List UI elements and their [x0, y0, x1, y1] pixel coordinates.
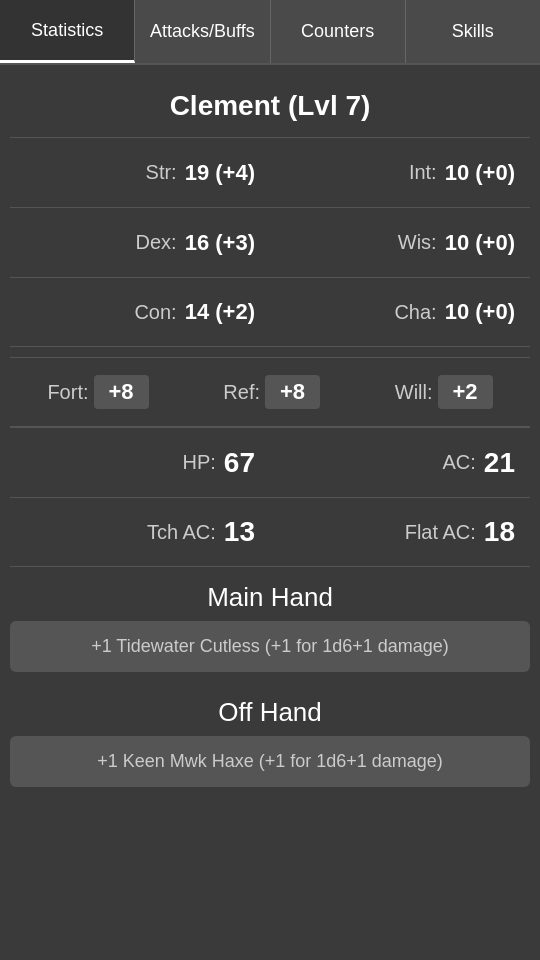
off-hand-header: Off Hand: [10, 682, 530, 736]
fort-value-box: +8: [94, 375, 149, 409]
ac-label: AC:: [443, 451, 476, 474]
ac-value: 21: [484, 447, 515, 479]
combat-ac: AC: 21: [270, 442, 530, 484]
will-label: Will:: [395, 381, 433, 404]
save-will: Will: +2: [395, 375, 493, 409]
flat-ac-label: Flat AC:: [405, 521, 476, 544]
con-label: Con:: [134, 301, 176, 324]
save-ref: Ref: +8: [223, 375, 320, 409]
ref-label: Ref:: [223, 381, 260, 404]
dex-value: 16 (+3): [185, 230, 255, 256]
tab-skills[interactable]: Skills: [406, 0, 540, 63]
main-hand-weapon[interactable]: +1 Tidewater Cutless (+1 for 1d6+1 damag…: [10, 621, 530, 672]
fort-label: Fort:: [47, 381, 88, 404]
stats-grid: Str: 19 (+4) Int: 10 (+0) Dex: 16 (+3) W…: [10, 137, 530, 347]
cha-label: Cha:: [394, 301, 436, 324]
cha-value: 10 (+0): [445, 299, 515, 325]
stat-wis: Wis: 10 (+0): [270, 208, 530, 277]
off-hand-weapon[interactable]: +1 Keen Mwk Haxe (+1 for 1d6+1 damage): [10, 736, 530, 787]
tab-bar: Statistics Attacks/Buffs Counters Skills: [0, 0, 540, 65]
int-label: Int:: [409, 161, 437, 184]
stat-cha: Cha: 10 (+0): [270, 278, 530, 346]
combat-flat-ac: Flat AC: 18: [270, 511, 530, 553]
con-value: 14 (+2): [185, 299, 255, 325]
content-area: Clement (Lvl 7) Str: 19 (+4) Int: 10 (+0…: [0, 65, 540, 807]
combat-row-tch-flat: Tch AC: 13 Flat AC: 18: [10, 497, 530, 567]
str-label: Str:: [146, 161, 177, 184]
combat-row-hp-ac: HP: 67 AC: 21: [10, 427, 530, 497]
flat-ac-value: 18: [484, 516, 515, 548]
combat-hp: HP: 67: [10, 442, 270, 484]
dex-label: Dex:: [136, 231, 177, 254]
tab-counters[interactable]: Counters: [271, 0, 406, 63]
will-value-box: +2: [438, 375, 493, 409]
str-value: 19 (+4): [185, 160, 255, 186]
tab-attacks-buffs[interactable]: Attacks/Buffs: [135, 0, 270, 63]
wis-label: Wis:: [398, 231, 437, 254]
stats-row-str-int: Str: 19 (+4) Int: 10 (+0): [10, 137, 530, 207]
wis-value: 10 (+0): [445, 230, 515, 256]
stat-dex: Dex: 16 (+3): [10, 208, 270, 277]
ref-value-box: +8: [265, 375, 320, 409]
character-name: Clement (Lvl 7): [10, 75, 530, 137]
hp-label: HP:: [183, 451, 216, 474]
combat-tch-ac: Tch AC: 13: [10, 511, 270, 553]
stat-int: Int: 10 (+0): [270, 138, 530, 207]
stats-row-con-cha: Con: 14 (+2) Cha: 10 (+0): [10, 277, 530, 347]
saves-row: Fort: +8 Ref: +8 Will: +2: [10, 357, 530, 427]
stats-row-dex-wis: Dex: 16 (+3) Wis: 10 (+0): [10, 207, 530, 277]
main-hand-header: Main Hand: [10, 567, 530, 621]
tch-ac-label: Tch AC:: [147, 521, 216, 544]
tab-statistics[interactable]: Statistics: [0, 0, 135, 63]
save-fort: Fort: +8: [47, 375, 148, 409]
stat-con: Con: 14 (+2): [10, 278, 270, 346]
int-value: 10 (+0): [445, 160, 515, 186]
hp-value: 67: [224, 447, 255, 479]
stat-str: Str: 19 (+4): [10, 138, 270, 207]
tch-ac-value: 13: [224, 516, 255, 548]
